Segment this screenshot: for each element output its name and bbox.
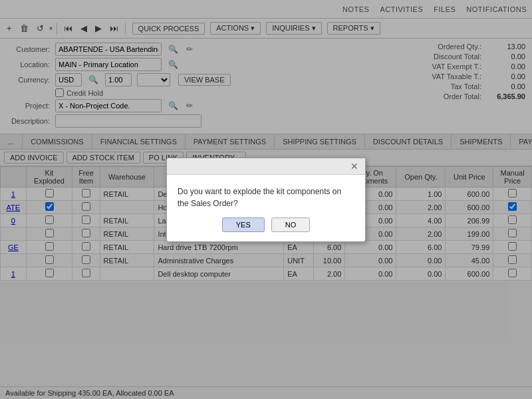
dialog-close-button[interactable]: ✕ [349, 161, 360, 172]
dialog-overlay[interactable]: ✕ Do you want to explode the kit compone… [0, 0, 532, 399]
dialog-body: Do you want to explode the kit component… [167, 175, 365, 217]
dialog-buttons: YES NO [167, 217, 365, 241]
dialog-yes-button[interactable]: YES [222, 217, 265, 232]
dialog: ✕ Do you want to explode the kit compone… [166, 158, 366, 242]
dialog-message: Do you want to explode the kit component… [178, 187, 341, 208]
dialog-titlebar: ✕ [167, 158, 365, 175]
dialog-no-button[interactable]: NO [271, 217, 311, 232]
